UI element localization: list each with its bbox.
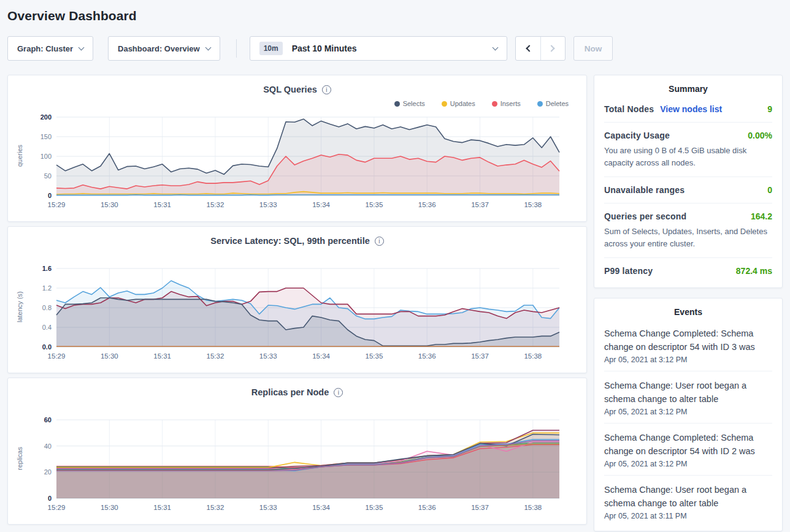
- event-text: Schema Change: User root began a schema …: [604, 379, 772, 406]
- svg-text:15:30: 15:30: [101, 504, 118, 511]
- chevron-right-icon: [548, 45, 555, 51]
- toolbar: Graph: Cluster Dashboard: Overview 10m P…: [7, 36, 783, 61]
- event-item: Schema Change Completed: Schema change o…: [604, 319, 772, 371]
- svg-text:1.6: 1.6: [42, 265, 52, 272]
- main-content: SQL Queries i SelectsUpdatesInsertsDelet…: [7, 75, 783, 532]
- svg-text:15:37: 15:37: [471, 201, 489, 208]
- svg-text:15:34: 15:34: [312, 352, 330, 360]
- chart-legend: SelectsUpdatesInsertsDeletes: [16, 97, 578, 110]
- view-nodes-list-link[interactable]: View nodes list: [660, 104, 722, 114]
- stat-label: P99 latency: [604, 266, 653, 276]
- y-axis-label: queries: [16, 110, 28, 202]
- svg-text:60: 60: [44, 416, 52, 424]
- svg-text:15:37: 15:37: [471, 352, 489, 360]
- chevron-down-icon: [492, 44, 498, 50]
- prev-range-button[interactable]: [516, 37, 540, 60]
- svg-text:0: 0: [48, 495, 52, 502]
- event-text: Schema Change Completed: Schema change o…: [604, 327, 772, 354]
- event-timestamp: Apr 05, 2021 at 3:12 PM: [604, 408, 772, 416]
- svg-text:15:38: 15:38: [524, 504, 542, 511]
- svg-text:15:38: 15:38: [524, 352, 542, 360]
- stat-value: 872.4 ms: [736, 266, 772, 276]
- svg-text:15:36: 15:36: [418, 201, 436, 208]
- info-icon[interactable]: i: [322, 85, 331, 94]
- chart-title: Service Latency: SQL, 99th percentile: [210, 236, 370, 246]
- events-panel: Events Schema Change Completed: Schema c…: [594, 298, 783, 531]
- svg-text:0.8: 0.8: [42, 304, 52, 311]
- stat-label: Total Nodes: [604, 104, 654, 114]
- svg-text:15:34: 15:34: [312, 201, 330, 208]
- service-latency-chart[interactable]: 15:2915:3015:3115:3215:3315:3415:3515:36…: [28, 261, 583, 369]
- sql-queries-card: SQL Queries i SelectsUpdatesInsertsDelet…: [7, 75, 587, 222]
- overview-dashboard-page: Overview Dashboard Graph: Cluster Dashbo…: [0, 0, 790, 532]
- svg-text:15:32: 15:32: [207, 201, 224, 208]
- events-title: Events: [604, 307, 772, 317]
- svg-text:15:36: 15:36: [418, 352, 436, 360]
- info-icon[interactable]: i: [375, 237, 384, 246]
- svg-text:100: 100: [40, 153, 52, 160]
- svg-text:15:33: 15:33: [259, 352, 277, 360]
- stat-value: 164.2: [751, 211, 772, 221]
- legend-item: Deletes: [537, 100, 569, 107]
- chart-title: Replicas per Node: [251, 387, 329, 397]
- svg-text:15:29: 15:29: [48, 201, 66, 208]
- stat-description: You are using 0 B of 4.5 GiB usable disk…: [604, 145, 772, 169]
- sidebar: Summary Total Nodes View nodes list 9 Ca…: [594, 75, 783, 532]
- svg-text:0.4: 0.4: [42, 324, 52, 331]
- legend-dot: [492, 101, 497, 107]
- stat-label: Unavailable ranges: [604, 185, 685, 195]
- svg-text:15:30: 15:30: [101, 352, 118, 360]
- event-item: Schema Change Completed: Schema change o…: [604, 424, 772, 476]
- charts-column: SQL Queries i SelectsUpdatesInsertsDelet…: [7, 75, 587, 529]
- summary-title: Summary: [604, 84, 772, 94]
- svg-text:15:31: 15:31: [153, 201, 171, 208]
- page-title: Overview Dashboard: [0, 0, 790, 23]
- now-button[interactable]: Now: [573, 36, 613, 61]
- svg-text:40: 40: [44, 443, 52, 450]
- legend-dot: [537, 101, 543, 107]
- next-range-button[interactable]: [540, 37, 565, 60]
- legend-item: Selects: [394, 100, 425, 107]
- graph-dropdown[interactable]: Graph: Cluster: [7, 36, 93, 61]
- dashboard-dropdown-label: Dashboard: Overview: [118, 44, 200, 53]
- svg-text:1.2: 1.2: [42, 284, 52, 292]
- stat-label: Capacity Usage: [604, 131, 670, 140]
- event-item: Schema Change: User root began a schema …: [604, 371, 772, 424]
- event-timestamp: Apr 05, 2021 at 3:11 PM: [604, 512, 772, 520]
- info-icon[interactable]: i: [334, 388, 343, 397]
- svg-text:15:33: 15:33: [259, 201, 277, 208]
- service-latency-card: Service Latency: SQL, 99th percentile i …: [7, 226, 587, 373]
- replicas-per-node-card: Replicas per Node i replicas 15:2915:301…: [7, 378, 587, 525]
- svg-text:15:29: 15:29: [48, 352, 66, 360]
- stat-queries-per-second: Queries per second 164.2 Sum of Selects,…: [604, 203, 772, 258]
- svg-text:15:37: 15:37: [471, 504, 489, 511]
- dashboard-dropdown[interactable]: Dashboard: Overview: [108, 36, 220, 61]
- replicas-per-node-chart[interactable]: 15:2915:3015:3115:3215:3315:3415:3515:36…: [28, 412, 583, 520]
- svg-text:15:32: 15:32: [207, 504, 224, 511]
- chevron-left-icon: [526, 45, 532, 51]
- svg-text:15:36: 15:36: [418, 504, 436, 511]
- svg-text:15:35: 15:35: [366, 352, 383, 360]
- svg-text:0: 0: [48, 192, 52, 199]
- stat-value: 0: [767, 185, 772, 195]
- svg-text:20: 20: [44, 468, 52, 476]
- sql-queries-chart[interactable]: 15:2915:3015:3115:3215:3315:3415:3515:36…: [28, 110, 583, 218]
- y-axis-label: replicas: [16, 412, 28, 504]
- graph-dropdown-label: Graph: Cluster: [17, 44, 73, 53]
- legend-dot: [394, 101, 400, 107]
- stat-p99-latency: P99 latency 872.4 ms: [604, 258, 772, 284]
- event-text: Schema Change: User root began a schema …: [604, 483, 772, 510]
- svg-text:15:29: 15:29: [48, 504, 66, 511]
- chevron-down-icon: [205, 44, 211, 50]
- legend-item: Updates: [442, 100, 475, 107]
- svg-text:200: 200: [40, 113, 52, 121]
- svg-text:15:34: 15:34: [312, 504, 330, 511]
- svg-text:15:35: 15:35: [366, 504, 383, 511]
- time-range-picker[interactable]: 10m Past 10 Minutes: [250, 36, 507, 61]
- y-axis-label: latency (s): [16, 261, 28, 353]
- stat-description: Sum of Selects, Updates, Inserts, and De…: [604, 226, 772, 249]
- svg-text:150: 150: [40, 133, 52, 140]
- stat-value: 9: [767, 104, 772, 114]
- chart-legend: [16, 249, 578, 261]
- chevron-down-icon: [79, 44, 85, 50]
